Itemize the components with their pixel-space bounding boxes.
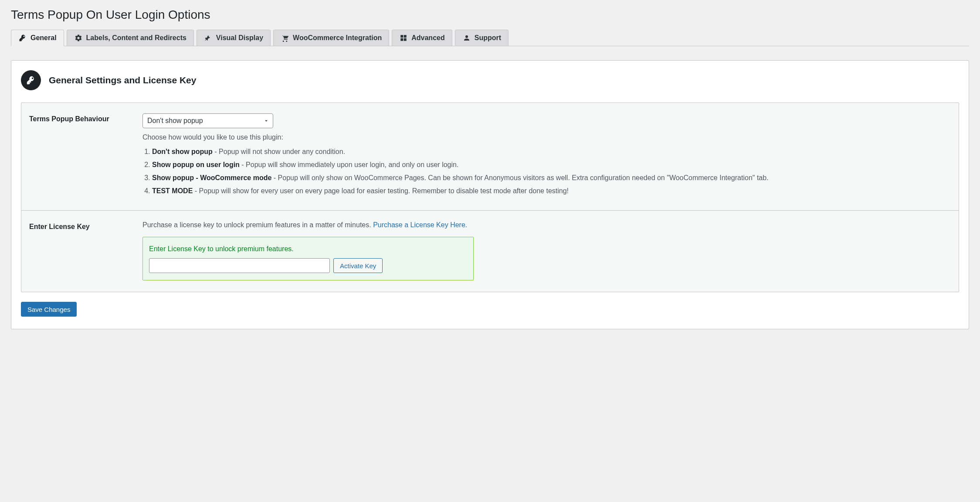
- cart-icon: [281, 34, 289, 42]
- tab-label: WooCommerce Integration: [293, 34, 382, 42]
- save-changes-button[interactable]: Save Changes: [21, 302, 77, 317]
- license-box: Enter License Key to unlock premium feat…: [142, 237, 474, 280]
- tab-label: Support: [475, 34, 501, 42]
- purchase-text: Purchase a license key to unlock premium…: [142, 221, 951, 229]
- list-item: Show popup on user login - Popup will sh…: [152, 160, 951, 170]
- tab-support[interactable]: Support: [455, 30, 509, 46]
- option-text: - Popup will show immediately upon user …: [240, 161, 459, 168]
- tab-general[interactable]: General: [11, 30, 64, 46]
- option-text: - Popup will show for every user on ever…: [193, 187, 569, 195]
- section-header: General Settings and License Key: [21, 70, 959, 90]
- user-icon: [462, 34, 471, 42]
- row-terms-popup-behaviour: Terms Popup Behaviour Don't show popup C…: [21, 103, 959, 210]
- page-title: Terms Popup On User Login Options: [11, 8, 969, 22]
- purchase-link[interactable]: Purchase a License Key Here.: [373, 221, 467, 229]
- tab-label: Visual Display: [216, 34, 263, 42]
- key-icon: [18, 34, 27, 42]
- option-bold: Don't show popup: [152, 148, 213, 155]
- tab-label: Advanced: [411, 34, 444, 42]
- advanced-icon: [399, 34, 408, 42]
- behaviour-options-list: Don't show popup - Popup will not show u…: [152, 147, 951, 196]
- option-text: - Popup will only show on WooCommerce Pa…: [271, 174, 768, 181]
- pin-icon: [204, 34, 213, 42]
- list-item: Don't show popup - Popup will not show u…: [152, 147, 951, 157]
- gear-icon: [74, 34, 83, 42]
- tab-labels-content-redirects[interactable]: Labels, Content and Redirects: [67, 30, 194, 46]
- field-label: Terms Popup Behaviour: [29, 113, 142, 199]
- license-hint: Enter License Key to unlock premium feat…: [149, 245, 467, 253]
- purchase-intro: Purchase a license key to unlock premium…: [142, 221, 373, 229]
- tab-woocommerce[interactable]: WooCommerce Integration: [273, 30, 389, 46]
- option-bold: Show popup on user login: [152, 161, 240, 168]
- row-license-key: Enter License Key Purchase a license key…: [21, 210, 959, 292]
- settings-panel: General Settings and License Key Terms P…: [11, 60, 969, 329]
- behaviour-description: Choose how would you like to use this pl…: [142, 133, 951, 141]
- list-item: TEST MODE - Popup will show for every us…: [152, 186, 951, 196]
- tab-label: Labels, Content and Redirects: [86, 34, 187, 42]
- activate-key-button[interactable]: Activate Key: [333, 258, 383, 273]
- terms-popup-behaviour-select[interactable]: Don't show popup: [142, 113, 273, 128]
- option-bold: Show popup - WooCommerce mode: [152, 174, 271, 181]
- option-text: - Popup will not show under any conditio…: [213, 148, 345, 155]
- tab-advanced[interactable]: Advanced: [392, 30, 452, 46]
- section-heading: General Settings and License Key: [49, 75, 196, 85]
- tab-label: General: [31, 34, 57, 42]
- settings-tabs: General Labels, Content and Redirects Vi…: [11, 30, 969, 46]
- option-bold: TEST MODE: [152, 187, 193, 195]
- field-label: Enter License Key: [29, 221, 142, 280]
- tab-visual-display[interactable]: Visual Display: [197, 30, 271, 46]
- settings-box: Terms Popup Behaviour Don't show popup C…: [21, 102, 959, 292]
- license-key-input[interactable]: [149, 258, 330, 273]
- list-item: Show popup - WooCommerce mode - Popup wi…: [152, 173, 951, 183]
- key-icon: [21, 70, 41, 90]
